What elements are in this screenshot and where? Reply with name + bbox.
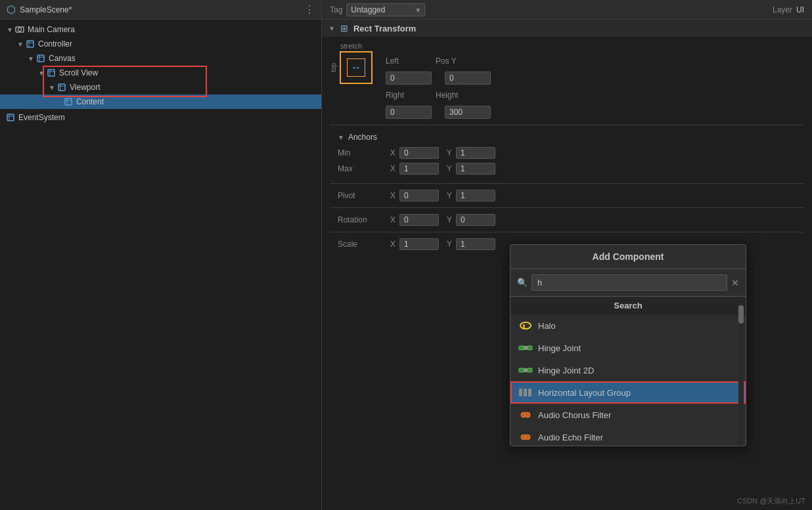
anchors-min-y-value[interactable] (456, 147, 495, 159)
popup-item-audio-echo-filter[interactable]: Audio Echo Filter (510, 426, 746, 446)
anchors-section: ▼ Anchors Min X Y (330, 129, 804, 179)
pos-y-label: Pos Y (436, 56, 462, 66)
svg-point-20 (520, 322, 531, 329)
tree-arrow: ▼ (26, 55, 35, 62)
svg-point-24 (524, 347, 528, 350)
tree-item-content[interactable]: Content (0, 95, 321, 109)
unity-icon: ⬡ (7, 3, 16, 16)
search-input[interactable] (531, 274, 727, 291)
popup-item-halo[interactable]: Halo (510, 314, 746, 337)
tree-label-scroll-view: Scroll View (59, 68, 98, 77)
scale-x-value[interactable] (399, 238, 439, 250)
layer-value: UI (796, 5, 804, 14)
anchors-arrow: ▼ (338, 134, 344, 141)
divider3 (330, 207, 804, 208)
hinge-joint-2d-icon (518, 363, 533, 377)
popup-list: Halo Hinge Joint (510, 314, 746, 446)
rt-field-left: Left Pos Y (386, 54, 491, 68)
inspector-header: Tag Untagged ▼ Layer UI (322, 0, 812, 20)
anchors-max-xy: X Y (390, 163, 495, 175)
pivot-x-value[interactable] (399, 190, 439, 202)
divider1 (330, 125, 804, 125)
popup-scrollbar[interactable] (738, 303, 744, 444)
add-component-popup: Add Component 🔍 ✕ Search Halo (510, 244, 746, 446)
divider4 (330, 232, 804, 232)
height-value[interactable] (445, 106, 491, 119)
tree-item-main-camera[interactable]: ▼ Main Camera (0, 22, 321, 37)
tree-label-viewport: Viewport (70, 83, 100, 92)
rect-transform-title: Rect Transform (353, 24, 416, 33)
anchors-min-x-value[interactable] (399, 147, 439, 159)
tree-arrow: ▼ (47, 84, 56, 91)
anchors-max-x-value[interactable] (399, 163, 439, 175)
scale-x-item: X (390, 238, 439, 250)
right-label: Right (386, 91, 412, 100)
popup-item-horizontal-layout-group[interactable]: Horizontal Layout Group (510, 381, 746, 404)
popup-item-audio-chorus-filter[interactable]: Audio Chorus Filter (510, 404, 746, 426)
pivot-row: Pivot X Y (330, 188, 804, 203)
hierarchy-menu-icon[interactable]: ⋮ (304, 3, 315, 16)
tree-label-canvas: Canvas (49, 54, 76, 63)
popup-label-hinge-joint: Hinge Joint (538, 343, 581, 353)
anchors-min-y-item: Y (447, 147, 495, 159)
scale-y-item: Y (447, 238, 495, 250)
search-clear-icon[interactable]: ✕ (731, 278, 739, 288)
rotation-xy: X Y (390, 214, 495, 226)
pivot-y-value[interactable] (456, 190, 495, 202)
rotation-y-value[interactable] (456, 214, 495, 226)
tree-label-event-system: EventSystem (18, 113, 65, 122)
layer-section: Layer UI (773, 5, 804, 14)
tag-dropdown[interactable]: Untagged (346, 3, 425, 16)
rt-anchor-visual: stretch top ↔ (330, 42, 372, 84)
tree-item-scroll-view[interactable]: ▼ Scroll View (0, 66, 321, 80)
scale-xy: X Y (390, 238, 495, 250)
audio-chorus-filter-icon (518, 408, 533, 422)
popup-scrollbar-thumb (738, 305, 744, 324)
popup-item-hinge-joint[interactable]: Hinge Joint (510, 337, 746, 359)
rotation-x-value[interactable] (399, 214, 439, 226)
svg-rect-8 (48, 70, 55, 76)
tag-section: Tag Untagged ▼ (330, 3, 425, 16)
svg-rect-23 (527, 346, 532, 350)
rt-field-left-value (386, 71, 491, 85)
tree-item-controller[interactable]: ▼ Controller (0, 37, 321, 51)
pos-y-value[interactable] (445, 72, 491, 85)
rt-field-right-value (386, 105, 491, 119)
anchors-min-x-item: X (390, 147, 439, 159)
popup-search-row: 🔍 ✕ (510, 269, 746, 297)
hierarchy-panel: ⬡ SampleScene* ⋮ ▼ Main Camera ▼ Control… (0, 0, 322, 510)
rect-transform-header[interactable]: ▼ ⊞ Rect Transform (322, 20, 812, 37)
scale-y-value[interactable] (456, 238, 495, 250)
rt-top-row: stretch top ↔ Left (330, 42, 804, 119)
anchors-header[interactable]: ▼ Anchors (330, 129, 804, 145)
section-collapse-arrow: ▼ (328, 25, 335, 32)
popup-label-audio-chorus-filter: Audio Chorus Filter (538, 410, 611, 420)
svg-rect-14 (65, 98, 72, 105)
hinge-joint-icon (518, 341, 533, 355)
cube-icon-canvas (35, 53, 46, 64)
scale-x-label: X (390, 240, 395, 249)
pivot-xy: X Y (390, 190, 495, 202)
pivot-y-item: Y (447, 190, 495, 202)
top-label: top (330, 63, 337, 72)
tree-item-viewport[interactable]: ▼ Viewport (0, 80, 321, 95)
rotation-row: Rotation X Y (330, 212, 804, 228)
rt-fields-right: Left Pos Y Right Height (386, 54, 491, 119)
right-value[interactable] (386, 106, 432, 119)
tree-label-controller: Controller (38, 39, 72, 49)
tag-label: Tag (330, 5, 342, 14)
anchor-box[interactable]: ↔ (340, 51, 372, 84)
anchors-max-y-value[interactable] (456, 163, 495, 175)
tree-item-event-system[interactable]: EventSystem (0, 110, 321, 125)
anchor-arrows: ↔ (351, 62, 361, 74)
anchors-min-xy: X Y (390, 147, 495, 159)
hierarchy-scene-name: SampleScene* (20, 5, 72, 14)
hierarchy-header: ⬡ SampleScene* ⋮ (0, 0, 321, 20)
audio-echo-filter-icon (518, 430, 533, 444)
left-value[interactable] (386, 72, 432, 85)
popup-item-hinge-joint-2d[interactable]: Hinge Joint 2D (510, 359, 746, 381)
halo-icon (518, 318, 533, 333)
tree-item-canvas[interactable]: ▼ Canvas (0, 51, 321, 66)
anchors-max-y-item: Y (447, 163, 495, 175)
popup-label-audio-echo-filter: Audio Echo Filter (538, 433, 603, 442)
